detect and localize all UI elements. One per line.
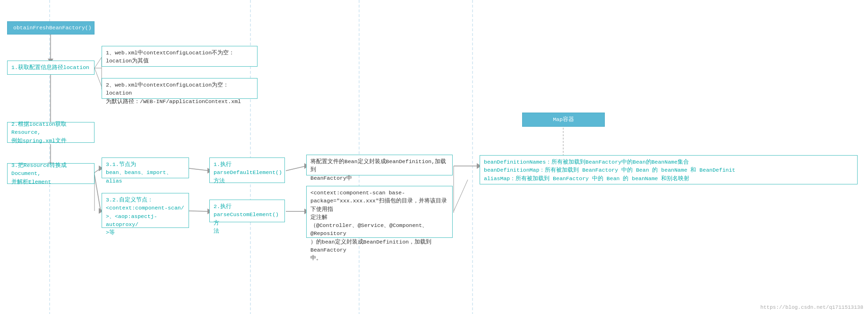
config2-label: 2、web.xml中contextConfigLocation为空：locati… — [106, 82, 241, 105]
svg-line-14 — [95, 168, 101, 173]
svg-line-11 — [95, 68, 102, 87]
svg-line-21 — [189, 211, 209, 211]
obtain-label: obtainFreshBeanFactory() — [13, 24, 92, 32]
beaninfo-box: beanDefinitionNames：所有被加载到BeanFactory中的B… — [480, 155, 858, 184]
node31-box: 3.1.节点为 bean、beans、import、alias — [102, 157, 189, 178]
step2-box: 2.根据location获取Resource, 例如spring.xml文件 — [7, 122, 95, 143]
obtain-box: obtainFreshBeanFactory() — [7, 21, 95, 35]
map-container-box: Map容器 — [522, 113, 605, 127]
svg-line-16 — [95, 175, 101, 211]
config2-box: 2、web.xml中contextConfigLocation为空：locati… — [102, 78, 258, 99]
config1-box: 1、web.xml中contextConfigLocation不为空： loca… — [102, 46, 258, 67]
map-container-label: Map容器 — [553, 115, 574, 123]
node31-label: 3.1.节点为 bean、beans、import、alias — [106, 161, 172, 184]
svg-line-29 — [454, 180, 468, 211]
step3-box: 3.把Resource转换成Document, 并解析Element — [7, 163, 95, 184]
exec2-box: 2.执行 parseCustomElement()方 法 — [209, 200, 285, 222]
beandef1-label: 将配置文件的Bean定义封装成BeanDefinition,加载到 BeanFa… — [310, 158, 446, 181]
exec1-label: 1.执行 parseDefaultElement() 方法 — [214, 161, 282, 184]
svg-line-19 — [189, 168, 209, 171]
beandef1-box: 将配置文件的Bean定义封装成BeanDefinition,加载到 BeanFa… — [306, 155, 453, 175]
config1-label: 1、web.xml中contextConfigLocation不为空： loca… — [106, 50, 234, 64]
exec2-label: 2.执行 parseCustomElement()方 法 — [214, 203, 279, 234]
svg-line-10 — [95, 57, 102, 68]
node32-box: 3.2.自定义节点： <context:component-scan/ >、<a… — [102, 193, 189, 228]
exec1-box: 1.执行 parseDefaultElement() 方法 — [209, 157, 285, 183]
step2-label: 2.根据location获取Resource, 例如spring.xml文件 — [11, 120, 90, 145]
svg-line-23 — [286, 166, 306, 171]
canvas: obtainFreshBeanFactory() 1.获取配置信息路径locat… — [0, 0, 868, 314]
beaninfo-label: beanDefinitionNames：所有被加载到BeanFactory中的B… — [484, 159, 735, 182]
step3-label: 3.把Resource转换成Document, 并解析Element — [11, 161, 90, 186]
step1-box: 1.获取配置信息路径location — [7, 61, 95, 75]
watermark: https://blog.csdn.net/q1711513138 — [760, 305, 863, 310]
step1-label: 1.获取配置信息路径location — [11, 63, 89, 71]
beandef2-box: <context:component-scan base- package="x… — [306, 186, 453, 238]
node32-label: 3.2.自定义节点： <context:component-scan/ >、<a… — [106, 197, 184, 236]
beandef2-label: <context:component-scan base- package="x… — [310, 190, 447, 261]
